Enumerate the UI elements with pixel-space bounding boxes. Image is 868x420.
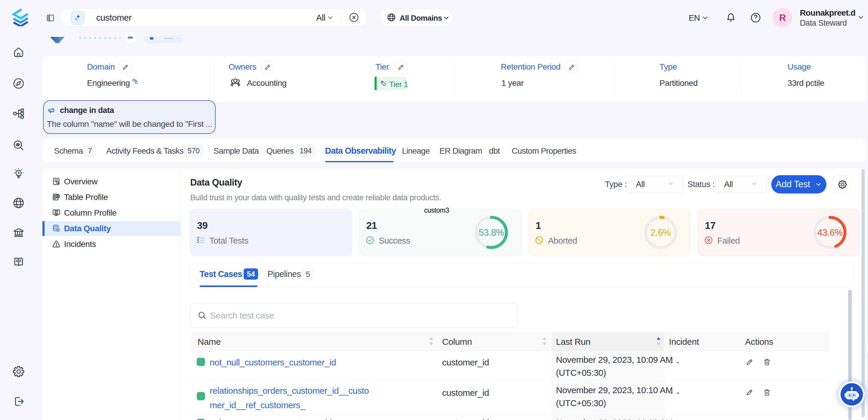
svg-text:43.6%: 43.6% (817, 228, 843, 238)
svg-text:53.8%: 53.8% (479, 228, 504, 238)
svg-text:2.6%: 2.6% (650, 228, 671, 238)
